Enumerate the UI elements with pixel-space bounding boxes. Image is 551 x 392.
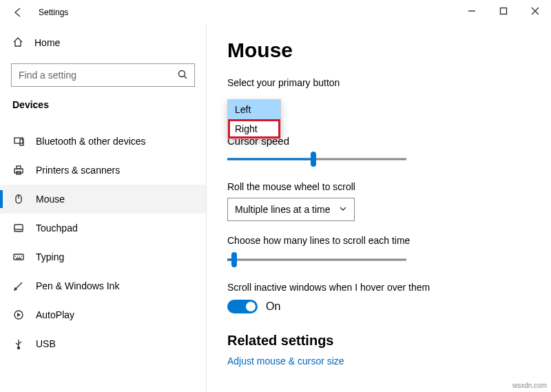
sidebar-item-label: Printers & scanners <box>36 165 120 176</box>
svg-rect-5 <box>17 166 21 169</box>
svg-point-1 <box>179 70 185 76</box>
section-heading: Devices <box>0 96 206 117</box>
primary-button-label: Select your primary button <box>227 77 530 88</box>
dropdown-option-right[interactable]: Right <box>228 119 280 138</box>
usb-icon <box>12 338 25 349</box>
search-input[interactable]: Find a setting <box>11 63 195 87</box>
chevron-down-icon <box>339 204 347 215</box>
sidebar-item-typing[interactable]: Typing <box>0 243 206 271</box>
svg-rect-0 <box>501 8 507 14</box>
svg-rect-9 <box>14 254 23 260</box>
sidebar-item-label: Touchpad <box>36 223 78 234</box>
primary-button-dropdown[interactable]: Left Right <box>227 99 281 139</box>
svg-point-11 <box>18 347 20 349</box>
sidebar-item-label: USB <box>36 338 56 349</box>
lines-scroll-slider[interactable] <box>227 251 406 268</box>
adjust-mouse-link[interactable]: Adjust mouse & cursor size <box>227 355 344 367</box>
roll-wheel-value: Multiple lines at a time <box>235 204 331 215</box>
mouse-icon <box>12 194 25 205</box>
scroll-inactive-label: Scroll inactive windows when I hover ove… <box>227 282 530 293</box>
close-button[interactable] <box>519 0 551 22</box>
lines-scroll-label: Choose how many lines to scroll each tim… <box>227 235 530 246</box>
home-icon <box>12 37 23 50</box>
sidebar: Home Find a setting Devices Bluetooth & … <box>0 25 207 392</box>
sidebar-item-bluetooth[interactable]: Bluetooth & other devices <box>0 127 206 156</box>
minimize-button[interactable] <box>456 0 488 22</box>
devices-icon <box>12 136 25 147</box>
main-content: Mouse Select your primary button Left Ri… <box>207 25 551 392</box>
roll-wheel-label: Roll the mouse wheel to scroll <box>227 181 530 192</box>
search-placeholder: Find a setting <box>19 70 76 81</box>
watermark: wsxdn.com <box>512 382 547 389</box>
sidebar-item-printers[interactable]: Printers & scanners <box>0 156 206 185</box>
sidebar-item-autoplay[interactable]: AutoPlay <box>0 300 206 329</box>
sidebar-item-mouse[interactable]: Mouse <box>0 185 206 214</box>
sidebar-item-label: Pen & Windows Ink <box>36 280 119 291</box>
autoplay-icon <box>12 309 25 320</box>
search-icon <box>178 70 187 81</box>
sidebar-item-label: Mouse <box>36 194 65 205</box>
sidebar-item-touchpad[interactable]: Touchpad <box>0 214 206 243</box>
sidebar-item-usb[interactable]: USB <box>0 329 206 358</box>
printer-icon <box>12 165 25 176</box>
svg-rect-4 <box>14 169 23 173</box>
sidebar-item-label: AutoPlay <box>36 309 74 320</box>
maximize-button[interactable] <box>488 0 519 22</box>
svg-rect-8 <box>14 225 23 231</box>
related-settings-heading: Related settings <box>227 333 530 349</box>
pen-icon <box>12 280 25 291</box>
back-button[interactable] <box>10 4 26 21</box>
roll-wheel-dropdown[interactable]: Multiple lines at a time <box>227 198 355 221</box>
sidebar-item-label: Bluetooth & other devices <box>36 136 146 147</box>
sidebar-item-pen[interactable]: Pen & Windows Ink <box>0 271 206 300</box>
scroll-inactive-toggle[interactable] <box>227 300 258 313</box>
window-title: Settings <box>39 8 68 17</box>
dropdown-option-left[interactable]: Left <box>228 100 280 119</box>
home-label: Home <box>34 37 60 48</box>
page-title: Mouse <box>227 39 530 62</box>
home-nav[interactable]: Home <box>0 29 206 56</box>
sidebar-item-label: Typing <box>36 251 64 262</box>
keyboard-icon <box>12 251 25 262</box>
scroll-inactive-value: On <box>266 300 280 313</box>
touchpad-icon <box>12 223 25 234</box>
cursor-speed-slider[interactable] <box>227 151 406 167</box>
svg-rect-2 <box>14 138 23 143</box>
